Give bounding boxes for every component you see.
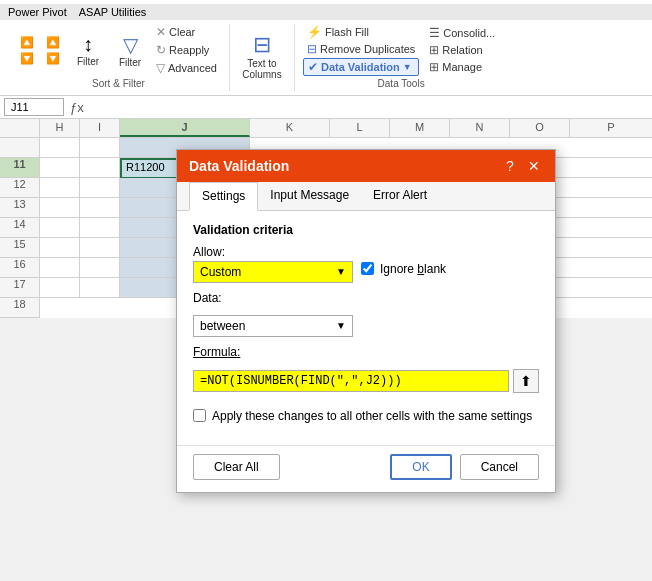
cell-I11[interactable] (80, 158, 120, 178)
tab-settings[interactable]: Settings (189, 182, 258, 211)
menu-bar: Power Pivot ASAP Utilities (0, 4, 652, 20)
tab-input-message[interactable]: Input Message (258, 182, 361, 211)
allow-value: Custom (200, 265, 241, 279)
text-to-columns-button[interactable]: ⊟ Text to Columns (238, 30, 286, 82)
consolidate-button[interactable]: ☰ Consolid... (425, 25, 499, 41)
sort-za2-button[interactable]: 🔽 (42, 51, 64, 66)
sort-az-icon: 🔼 (20, 36, 34, 49)
manage-button[interactable]: ⊞ Manage (425, 59, 499, 75)
reapply-button[interactable]: ↻ Reapply (152, 42, 221, 58)
flash-fill-button[interactable]: ⚡ Flash Fill (303, 24, 419, 40)
data-validation-icon: ✔ (308, 60, 318, 74)
row-header-12: 12 (0, 178, 40, 198)
row-headers: 11 12 13 14 15 16 17 18 (0, 138, 40, 318)
dialog-controls: ? ✕ (501, 158, 543, 174)
allow-dropdown[interactable]: Custom ▼ (193, 261, 353, 283)
formula-container: ⬆ (193, 369, 539, 393)
cell-H11[interactable] (40, 158, 80, 178)
sort-filter-items: 🔼 🔽 🔼 🔽 ↕ Filter (16, 24, 221, 76)
advanced-label: Advanced (168, 62, 217, 74)
flash-fill-icon: ⚡ (307, 25, 322, 39)
clear-button[interactable]: ✕ Clear (152, 24, 221, 40)
sort-label: Filter (77, 56, 99, 67)
consolidate-icon: ☰ (429, 26, 440, 40)
ignore-blank-checkbox[interactable] (361, 262, 374, 275)
validation-criteria-title: Validation criteria (193, 223, 539, 237)
sort-az2-button[interactable]: 🔼 (42, 35, 64, 50)
data-validation-button[interactable]: ✔ Data Validation ▼ (303, 58, 419, 76)
col-header-K: K (250, 119, 330, 137)
data-value: between (200, 319, 245, 333)
reapply-label: Reapply (169, 44, 209, 56)
data-row: Data: between ▼ (193, 291, 539, 337)
filter-button[interactable]: ▽ Filter (112, 31, 148, 70)
text-to-columns-icon: ⊟ (253, 32, 271, 58)
manage-icon: ⊞ (429, 60, 439, 74)
sort-za2-icon: 🔽 (46, 52, 60, 65)
dialog-header: Data Validation ? ✕ (177, 150, 555, 182)
ribbon: Power Pivot ASAP Utilities 🔼 🔽 🔼 (0, 0, 652, 96)
formula-label: Formula: (193, 345, 240, 359)
apply-label: Apply these changes to all other cells w… (212, 409, 532, 423)
sort-za-button[interactable]: 🔽 (16, 51, 38, 66)
remove-duplicates-button[interactable]: ⊟ Remove Duplicates (303, 41, 419, 57)
dialog-body: Validation criteria Allow: Custom ▼ (177, 211, 555, 445)
data-tools-label: Data Tools (378, 78, 425, 91)
formula-bar-fx: ƒx (68, 100, 86, 115)
col-header-N: N (450, 119, 510, 137)
dialog-tabs: Settings Input Message Error Alert (177, 182, 555, 211)
cancel-button[interactable]: Cancel (460, 454, 539, 480)
sort-az-button[interactable]: 🔼 (16, 35, 38, 50)
sort-button[interactable]: ↕ Filter (68, 31, 108, 69)
row-header-13: 13 (0, 198, 40, 218)
menu-asap-utilities[interactable]: ASAP Utilities (79, 6, 147, 18)
clear-icon: ✕ (156, 25, 166, 39)
relations-label: Relation (442, 44, 482, 56)
allow-dropdown-arrow: ▼ (336, 266, 346, 277)
ignore-blank-row: Ignore blank (361, 262, 446, 276)
cell-I10[interactable] (80, 138, 120, 158)
allow-row: Allow: Custom ▼ Ignore blank (193, 245, 539, 283)
clear-all-button[interactable]: Clear All (193, 454, 280, 480)
filter-icon: ▽ (123, 33, 138, 57)
sort-filter-label: Sort & Filter (92, 78, 145, 91)
ribbon-content: 🔼 🔽 🔼 🔽 ↕ Filter (0, 20, 652, 95)
sort-az2-icon: 🔼 (46, 36, 60, 49)
name-box[interactable] (4, 98, 64, 116)
cell-H10[interactable] (40, 138, 80, 158)
row-header-18: 18 (0, 298, 40, 318)
clear-label: Clear (169, 26, 195, 38)
dialog-title: Data Validation (189, 158, 289, 174)
apply-checkbox[interactable] (193, 409, 206, 422)
col-header-J: J (120, 119, 250, 137)
row-col-corner (0, 119, 40, 137)
text-to-columns-label: Text to Columns (242, 58, 281, 80)
manage-label: Manage (442, 61, 482, 73)
filter-label: Filter (119, 57, 141, 68)
remove-duplicates-label: Remove Duplicates (320, 43, 415, 55)
ok-button[interactable]: OK (390, 454, 451, 480)
col-header-P: P (570, 119, 652, 137)
menu-power-pivot[interactable]: Power Pivot (8, 6, 67, 18)
ignore-blank-label: Ignore blank (380, 262, 446, 276)
data-dropdown-arrow: ▼ (336, 320, 346, 331)
row-header-17: 17 (0, 278, 40, 298)
dialog-help-button[interactable]: ? (501, 158, 519, 174)
relations-button[interactable]: ⊞ Relation (425, 42, 499, 58)
col-header-H: H (40, 119, 80, 137)
col-header-O: O (510, 119, 570, 137)
text-columns-items: ⊟ Text to Columns (238, 24, 286, 87)
row-header-15: 15 (0, 238, 40, 258)
tab-error-alert[interactable]: Error Alert (361, 182, 439, 211)
formula-expand-button[interactable]: ⬆ (513, 369, 539, 393)
formula-input[interactable] (193, 370, 509, 392)
dialog-footer: Clear All OK Cancel (177, 445, 555, 492)
col-headers-row: H I J K L M N O P (0, 119, 652, 138)
data-dropdown[interactable]: between ▼ (193, 315, 353, 337)
formula-row: Formula: ⬆ (193, 345, 539, 393)
dialog-close-button[interactable]: ✕ (525, 158, 543, 174)
formula-bar-input[interactable] (90, 99, 648, 115)
data-validation-dropdown-icon[interactable]: ▼ (403, 62, 412, 72)
data-validation-label: Data Validation (321, 61, 400, 73)
advanced-button[interactable]: ▽ Advanced (152, 60, 221, 76)
